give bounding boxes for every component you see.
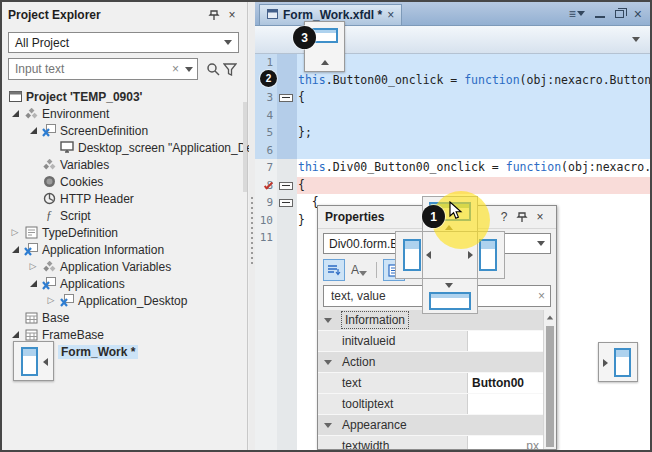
fold-marker-icon[interactable] bbox=[279, 94, 293, 102]
tree-search-box[interactable]: × bbox=[8, 58, 198, 80]
project-scope-select[interactable]: All Project bbox=[8, 32, 239, 53]
pin-icon[interactable] bbox=[513, 208, 531, 226]
category-row-action[interactable]: Action bbox=[318, 352, 543, 373]
tree-item-application-variables[interactable]: ▷ Application Variables bbox=[2, 258, 243, 275]
tree-item-screendefinition[interactable]: ScreenDefinition bbox=[2, 122, 243, 139]
editor-close-icon[interactable]: × bbox=[634, 6, 642, 22]
code-line[interactable]: 7this.Div00_Button00_onclick = function(… bbox=[255, 159, 650, 177]
help-icon[interactable]: ? bbox=[495, 208, 513, 226]
chevron-down-icon[interactable] bbox=[537, 241, 545, 246]
clear-filter-icon[interactable]: × bbox=[538, 289, 545, 303]
project-scope-value: All Project bbox=[15, 36, 69, 50]
property-row-textwidth[interactable]: textwidth px bbox=[318, 436, 543, 449]
application-icon bbox=[23, 243, 39, 256]
property-grid: Information initvalueid Action text Butt… bbox=[318, 310, 543, 449]
minimize-icon[interactable] bbox=[595, 16, 605, 18]
tab-close-icon[interactable]: × bbox=[387, 8, 394, 22]
project-tree: Project 'TEMP_0903' Environment ScreenDe… bbox=[2, 88, 243, 450]
property-value-field[interactable] bbox=[467, 331, 543, 351]
dock-right-target-icon[interactable] bbox=[614, 348, 631, 377]
pin-icon[interactable] bbox=[205, 6, 223, 24]
collapse-arrow-icon[interactable]: ▷ bbox=[7, 228, 23, 237]
cookies-icon bbox=[41, 175, 57, 188]
tree-item-cookies[interactable]: Cookies bbox=[2, 173, 243, 190]
sort-category-icon[interactable] bbox=[323, 259, 345, 281]
clear-search-icon[interactable]: × bbox=[172, 62, 179, 76]
code-line[interactable]: 6 bbox=[255, 142, 650, 160]
sort-alpha-icon[interactable]: A bbox=[348, 259, 370, 281]
application-icon bbox=[59, 294, 75, 307]
tree-item-desktop-screen[interactable]: Desktop_screen "Application_Des bbox=[2, 139, 243, 156]
mouse-cursor-icon bbox=[449, 201, 463, 223]
tree-item-base[interactable]: Base bbox=[2, 309, 243, 326]
category-collapse-icon[interactable] bbox=[318, 360, 338, 365]
category-collapse-icon[interactable] bbox=[318, 423, 338, 428]
tree-item-applications[interactable]: Applications bbox=[2, 275, 243, 292]
tree-search-input[interactable] bbox=[13, 61, 172, 77]
tree-item-environment[interactable]: Environment bbox=[2, 105, 243, 122]
fold-marker-icon[interactable] bbox=[279, 199, 293, 207]
property-row-initvalueid[interactable]: initvalueid bbox=[318, 331, 543, 352]
variables-icon bbox=[41, 261, 57, 273]
property-label: initvalueid bbox=[318, 334, 467, 348]
category-row-appearance[interactable]: Appearance bbox=[318, 415, 543, 436]
project-explorer-titlebar: Project Explorer × bbox=[2, 2, 247, 28]
expand-arrow-icon[interactable] bbox=[25, 127, 41, 134]
function-list-caret-icon[interactable] bbox=[632, 37, 640, 42]
close-icon[interactable]: × bbox=[531, 208, 549, 226]
close-icon[interactable]: × bbox=[223, 6, 241, 24]
document-list-icon[interactable]: ≡ bbox=[569, 7, 585, 21]
tree-item-variables[interactable]: Variables bbox=[2, 156, 243, 173]
application-icon bbox=[41, 277, 57, 290]
search-icon[interactable] bbox=[204, 60, 221, 78]
property-row-tooltiptext[interactable]: tooltiptext bbox=[318, 394, 543, 415]
category-label: Action bbox=[338, 355, 543, 369]
property-value-field[interactable] bbox=[467, 394, 543, 414]
dock-right-small-arrow-icon bbox=[468, 251, 473, 259]
fold-marker-icon[interactable] bbox=[279, 182, 293, 190]
scroll-up-icon[interactable] bbox=[544, 310, 556, 324]
dock-left-guide[interactable] bbox=[13, 341, 54, 381]
property-value-field[interactable]: Button00 bbox=[467, 373, 543, 393]
property-grid-scrollbar[interactable] bbox=[543, 310, 556, 449]
expand-arrow-icon[interactable] bbox=[7, 110, 23, 117]
dock-right-guide[interactable] bbox=[598, 342, 638, 382]
tree-item-project[interactable]: Project 'TEMP_0903' bbox=[2, 88, 243, 105]
category-collapse-icon[interactable] bbox=[318, 318, 338, 323]
tree-item-typedefinition[interactable]: ▷ TypeDefinition bbox=[2, 224, 243, 241]
scrollbar-thumb[interactable] bbox=[546, 326, 554, 447]
step-badge-2: 2 bbox=[260, 70, 277, 87]
property-row-text[interactable]: text Button00 bbox=[318, 373, 543, 394]
environment-icon bbox=[23, 108, 39, 120]
dock-left-button[interactable] bbox=[403, 239, 421, 271]
dock-left-target-icon[interactable] bbox=[21, 347, 38, 376]
property-value-field[interactable]: px bbox=[467, 436, 543, 449]
tree-item-script[interactable]: ƒ Script bbox=[2, 207, 243, 224]
expand-arrow-icon[interactable] bbox=[7, 246, 23, 253]
expand-arrow-icon[interactable] bbox=[25, 280, 41, 287]
code-line[interactable]: 5}; bbox=[255, 124, 650, 142]
tree-item-application-information[interactable]: Application Information bbox=[2, 241, 243, 258]
tree-item-http-header[interactable]: HTTP Header bbox=[2, 190, 243, 207]
filter-icon[interactable] bbox=[222, 60, 239, 78]
dock-left-arrow-icon bbox=[43, 358, 48, 366]
dock-bottom-button[interactable] bbox=[429, 292, 471, 310]
search-options-caret-icon[interactable] bbox=[185, 67, 193, 72]
code-line[interactable]: 4 bbox=[255, 107, 650, 125]
collapse-arrow-icon[interactable]: ▷ bbox=[43, 296, 59, 305]
document-icon bbox=[23, 226, 39, 239]
code-line[interactable]: 2this.Button00_onclick = function(obj:ne… bbox=[255, 72, 650, 90]
expand-arrow-icon[interactable] bbox=[7, 331, 23, 338]
tree-scrollbar[interactable] bbox=[243, 102, 247, 192]
collapse-arrow-icon[interactable]: ▷ bbox=[25, 262, 41, 271]
splitter-grip[interactable] bbox=[251, 197, 253, 267]
step-badge-3: 3 bbox=[293, 26, 316, 49]
restore-icon[interactable] bbox=[615, 10, 624, 18]
property-label: text bbox=[318, 376, 467, 390]
tree-item-application-desktop[interactable]: ▷ Application_Desktop bbox=[2, 292, 243, 309]
code-line[interactable]: 3{ bbox=[255, 89, 650, 107]
tab-title: Form_Work.xfdl * bbox=[283, 8, 382, 22]
unit-suffix: px bbox=[526, 439, 539, 449]
chevron-down-icon[interactable] bbox=[224, 40, 232, 45]
dock-right-button[interactable] bbox=[479, 239, 497, 271]
